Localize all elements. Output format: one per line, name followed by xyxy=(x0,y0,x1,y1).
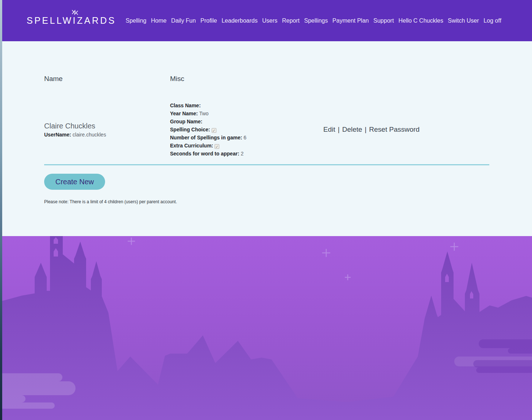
user-misc-details: Class Name: Year Name: TwoGroup Name: Sp… xyxy=(170,101,323,158)
nav-item-support[interactable]: Support xyxy=(373,18,394,24)
row-divider xyxy=(44,164,489,165)
nav-item-daily-fun[interactable]: Daily Fun xyxy=(171,18,196,24)
castle-landscape-illustration xyxy=(2,236,532,420)
table-header-row: Name Misc xyxy=(44,75,532,83)
misc-row-number-of-spellings-in-game: Number of Spellings in game: 6 xyxy=(170,134,323,142)
nav-item-switch-user[interactable]: Switch User xyxy=(448,18,479,24)
nav-item-hello-c-chuckles[interactable]: Hello C Chuckles xyxy=(398,18,443,24)
username-line: UserName: claire.chuckles xyxy=(44,132,170,138)
nav-item-home[interactable]: Home xyxy=(151,18,167,24)
nav-item-spelling[interactable]: Spelling xyxy=(126,18,146,24)
delete-link[interactable]: Delete xyxy=(342,126,362,133)
app-page: SPELLWIZARDS SpellingHomeDaily FunProfil… xyxy=(2,0,532,420)
misc-label: Class Name: xyxy=(170,103,201,108)
misc-label: Number of Spellings in game: xyxy=(170,135,242,140)
edit-link[interactable]: Edit xyxy=(323,126,335,133)
brand-text-suffix: ZARDS xyxy=(77,15,116,26)
nav-item-log-off[interactable]: Log off xyxy=(483,18,501,24)
misc-label: Year Name: xyxy=(170,111,198,116)
brand-text-prefix: SPELLW xyxy=(27,15,73,26)
user-display-name: Claire Chuckles xyxy=(44,122,170,130)
misc-label: Group Name: xyxy=(170,119,203,124)
user-row: Claire Chuckles UserName: claire.chuckle… xyxy=(44,101,532,158)
decorative-footer xyxy=(2,236,532,420)
misc-value: 2 xyxy=(241,151,244,157)
misc-value: 6 xyxy=(243,135,246,140)
nav-item-spellings[interactable]: Spellings xyxy=(304,18,328,24)
reset-password-link[interactable]: Reset Password xyxy=(369,126,420,133)
brand-letter-i: I xyxy=(73,15,77,26)
action-separator: | xyxy=(338,126,340,133)
nav-item-leaderboards[interactable]: Leaderboards xyxy=(221,18,258,24)
top-navbar: SPELLWIZARDS SpellingHomeDaily FunProfil… xyxy=(2,0,532,41)
checkbox-checked-icon: ✓ xyxy=(212,128,216,133)
misc-label: Spelling Choice: xyxy=(170,127,210,132)
misc-row-spelling-choice: Spelling Choice: ✓ xyxy=(170,126,323,134)
misc-row-year-name: Year Name: Two xyxy=(170,109,323,117)
create-new-button[interactable]: Create New xyxy=(44,174,105,190)
nav-item-payment-plan[interactable]: Payment Plan xyxy=(332,18,369,24)
nav-item-report[interactable]: Report xyxy=(282,18,300,24)
misc-row-seconds-for-word-to-appear: Seconds for word to appear: 2 xyxy=(170,150,323,158)
column-header-misc: Misc xyxy=(170,75,323,83)
users-page: Name Misc Claire Chuckles UserName: clai… xyxy=(2,41,532,236)
nav-item-users[interactable]: Users xyxy=(262,18,278,24)
limit-note: Please note: There is a limit of 4 child… xyxy=(44,199,532,204)
misc-label: Extra Curriculum: xyxy=(170,143,213,149)
username-label: UserName: xyxy=(44,132,71,138)
misc-value: Two xyxy=(199,111,209,116)
main-nav: SpellingHomeDaily FunProfileLeaderboards… xyxy=(126,18,501,24)
checkbox-checked-icon: ✓ xyxy=(215,144,219,149)
nav-item-profile[interactable]: Profile xyxy=(200,18,217,24)
misc-row-extra-curriculum: Extra Curriculum: ✓ xyxy=(170,142,323,150)
misc-label: Seconds for word to appear: xyxy=(170,151,239,157)
misc-row-class-name: Class Name: xyxy=(170,101,323,109)
user-actions: Edit|Delete|Reset Password xyxy=(323,126,532,134)
wizard-sparkle-icon xyxy=(71,9,79,16)
action-separator: | xyxy=(365,126,367,133)
user-name-cell: Claire Chuckles UserName: claire.chuckle… xyxy=(44,122,170,138)
misc-row-group-name: Group Name: xyxy=(170,117,323,126)
brand-logo[interactable]: SPELLWIZARDS xyxy=(27,15,116,26)
column-header-name: Name xyxy=(44,75,170,83)
username-value: claire.chuckles xyxy=(73,132,106,138)
